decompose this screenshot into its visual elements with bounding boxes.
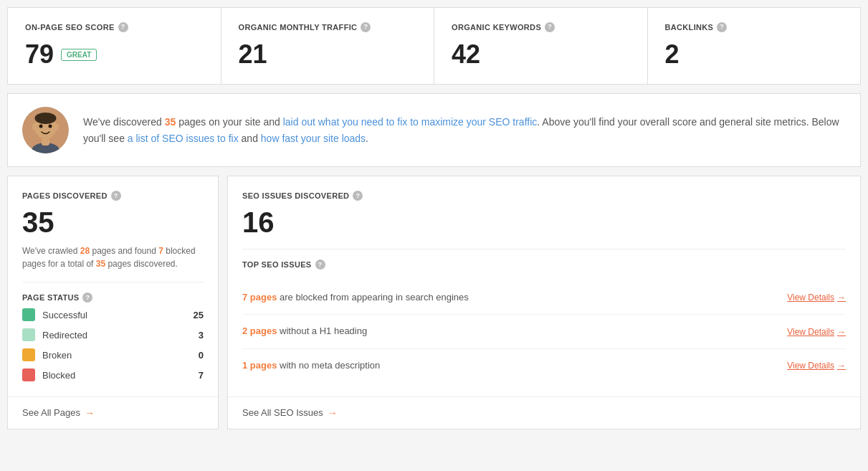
view-details-label-2: View Details [787, 327, 834, 337]
view-details-arrow-1: → [837, 292, 846, 303]
see-all-issues-label: See All SEO Issues [242, 407, 323, 418]
svg-point-4 [54, 123, 59, 130]
metric-card-backlinks: BACKLINKS ? 2 [648, 8, 861, 84]
label-successful: Successful [42, 310, 186, 320]
pages-count-highlight: 35 [165, 116, 176, 128]
metric-value-seo: 79 GREAT [25, 39, 204, 70]
crawled-count: 28 [80, 246, 90, 256]
label-redirected: Redirected [42, 330, 191, 341]
label-broken: Broken [42, 350, 191, 361]
metric-card-keywords: ORGANIC KEYWORDS ? 42 [434, 8, 648, 84]
metric-title-backlinks: BACKLINKS ? [665, 22, 844, 32]
metric-title-traffic: ORGANIC MONTHLY TRAFFIC ? [239, 22, 417, 32]
view-details-link-1[interactable]: View Details → [787, 292, 846, 303]
issue-item-1: 7 pages are blocked from appearing in se… [242, 281, 846, 315]
pages-description: We've crawled 28 pages and found 7 block… [22, 244, 204, 270]
issue-text-1: 7 pages are blocked from appearing in se… [242, 291, 787, 304]
issue-text-2: 2 pages without a H1 heading [242, 325, 787, 338]
page-status-title: PAGE STATUS ? [22, 292, 204, 303]
issue-highlight-3: 1 pages [242, 360, 277, 371]
see-all-pages-label: See All Pages [22, 407, 80, 418]
speed-link: how fast your site loads [261, 133, 366, 144]
help-icon-seo[interactable]: ? [118, 22, 128, 32]
pages-panel-footer: See All Pages → [8, 396, 218, 429]
keywords-number: 42 [452, 39, 480, 70]
seo-issues-panel: SEO ISSUES DISCOVERED ? 16 TOP SEO ISSUE… [227, 176, 861, 429]
help-icon-traffic[interactable]: ? [361, 22, 371, 32]
see-all-issues-link[interactable]: See All SEO Issues → [242, 407, 846, 419]
help-icon-status[interactable]: ? [82, 292, 92, 303]
metric-value-backlinks: 2 [665, 39, 844, 70]
issue-text-3: 1 pages with no meta description [242, 359, 787, 372]
issues-link: a list of SEO issues to fix [128, 133, 239, 144]
top-issues-text: TOP SEO ISSUES [242, 260, 312, 269]
great-badge: GREAT [61, 49, 97, 61]
svg-point-3 [32, 123, 37, 130]
help-icon-keywords[interactable]: ? [545, 22, 555, 32]
seo-score-number: 79 [25, 39, 54, 70]
divider-1 [22, 282, 204, 282]
traffic-number: 21 [239, 39, 267, 70]
issue-desc-3: with no meta description [280, 360, 380, 371]
metric-title-seo: ON-PAGE SEO SCORE ? [25, 22, 204, 32]
metric-card-traffic: ORGANIC MONTHLY TRAFFIC ? 21 [221, 8, 435, 84]
metric-label-keywords: ORGANIC KEYWORDS [452, 22, 541, 32]
issue-highlight-2: 2 pages [242, 325, 277, 336]
intro-bar: We've discovered 35 pages on your site a… [7, 93, 861, 167]
status-list: Successful 25 Redirected 3 Broken 0 [22, 308, 204, 381]
help-icon-issues[interactable]: ? [353, 191, 363, 201]
view-details-arrow-2: → [837, 327, 846, 337]
view-details-label-1: View Details [787, 292, 834, 303]
issue-item-3: 1 pages with no meta description View De… [242, 349, 846, 382]
status-item-redirected: Redirected 3 [22, 328, 204, 341]
issues-divider [242, 249, 846, 249]
seo-issues-title: SEO ISSUES DISCOVERED ? [242, 191, 846, 201]
metric-value-keywords: 42 [452, 39, 630, 70]
fix-link: laid out what you need to fix to maximiz… [283, 116, 538, 128]
status-item-blocked: Blocked 7 [22, 368, 204, 381]
metric-label-backlinks: BACKLINKS [665, 22, 714, 32]
seo-issues-label: SEO ISSUES DISCOVERED [242, 191, 349, 200]
view-details-arrow-3: → [837, 361, 846, 371]
svg-rect-8 [42, 138, 49, 146]
issue-desc-1: are blocked from appearing in search eng… [280, 292, 469, 303]
panels-row: PAGES DISCOVERED ? 35 We've crawled 28 p… [7, 176, 861, 429]
label-blocked: Blocked [42, 370, 191, 381]
issue-desc-2: without a H1 heading [280, 325, 367, 336]
view-details-link-2[interactable]: View Details → [787, 327, 846, 337]
help-icon-top-issues[interactable]: ? [315, 260, 325, 270]
see-all-pages-link[interactable]: See All Pages → [22, 407, 204, 419]
see-all-pages-arrow: → [85, 407, 95, 419]
backlinks-number: 2 [665, 39, 679, 70]
svg-point-6 [49, 125, 52, 128]
page-wrapper: ON-PAGE SEO SCORE ? 79 GREAT ORGANIC MON… [0, 0, 868, 437]
count-broken: 0 [199, 350, 204, 361]
metric-label-seo: ON-PAGE SEO SCORE [25, 22, 115, 32]
page-status-label: PAGE STATUS [22, 293, 79, 302]
dot-blocked [22, 368, 35, 381]
count-redirected: 3 [199, 330, 204, 341]
issues-count-value: 16 [242, 206, 846, 239]
metric-title-keywords: ORGANIC KEYWORDS ? [452, 22, 630, 32]
metric-card-seo-score: ON-PAGE SEO SCORE ? 79 GREAT [8, 8, 221, 84]
issues-panel-body: SEO ISSUES DISCOVERED ? 16 TOP SEO ISSUE… [228, 176, 860, 396]
issues-panel-footer: See All SEO Issues → [228, 396, 860, 429]
pages-count-value: 35 [22, 206, 204, 239]
help-icon-pages[interactable]: ? [111, 191, 121, 201]
top-issues-label: TOP SEO ISSUES ? [242, 260, 846, 270]
blocked-count-desc: 7 [158, 246, 163, 256]
status-item-broken: Broken 0 [22, 348, 204, 361]
help-icon-backlinks[interactable]: ? [717, 22, 727, 32]
pages-discovered-label: PAGES DISCOVERED [22, 191, 108, 200]
pages-panel-body: PAGES DISCOVERED ? 35 We've crawled 28 p… [8, 176, 218, 396]
issue-highlight-1: 7 pages [242, 292, 277, 303]
view-details-link-3[interactable]: View Details → [787, 361, 846, 371]
view-details-label-3: View Details [787, 361, 834, 371]
svg-point-5 [39, 125, 43, 128]
status-item-successful: Successful 25 [22, 308, 204, 321]
dot-redirected [22, 328, 35, 341]
metric-value-traffic: 21 [239, 39, 417, 70]
issue-item-2: 2 pages without a H1 heading View Detail… [242, 315, 846, 348]
dot-broken [22, 348, 35, 361]
metric-label-traffic: ORGANIC MONTHLY TRAFFIC [239, 22, 358, 32]
